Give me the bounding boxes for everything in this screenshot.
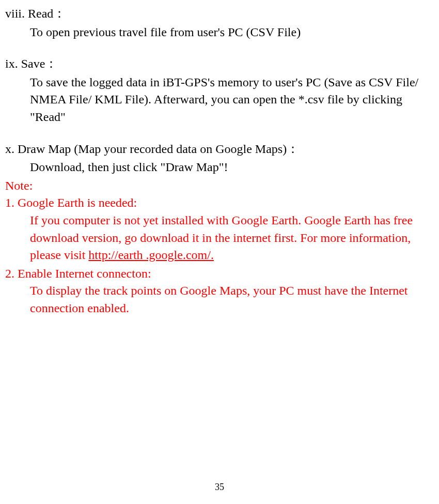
section-ix-body: To save the logged data in iBT-GPS's mem… <box>30 74 434 126</box>
section-ix-heading: ix. Save： <box>5 55 434 73</box>
note-item-1-body: If you computer is not yet installed wit… <box>30 212 434 264</box>
section-ix: ix. Save： To save the logged data in iBT… <box>5 55 434 126</box>
section-x: x. Draw Map (Map your recorded data on G… <box>5 141 434 176</box>
section-viii-body: To open previous travel file from user's… <box>30 24 434 41</box>
note-item-1-body-pre: If you computer is not yet installed wit… <box>30 213 413 262</box>
section-viii-heading: viii. Read： <box>5 5 434 23</box>
section-x-body: Download, then just click "Draw Map"! <box>30 159 434 176</box>
note-label: Note: <box>5 177 434 195</box>
section-x-heading: x. Draw Map (Map your recorded data on G… <box>5 141 434 158</box>
note-item-2-heading: 2. Enable Internet connecton: <box>5 265 434 283</box>
note-item-2-body: To display the track points on Google Ma… <box>30 282 434 317</box>
note-block: Note: 1. Google Earth is needed: If you … <box>5 177 434 317</box>
section-viii: viii. Read： To open previous travel file… <box>5 5 434 41</box>
note-item-1: 1. Google Earth is needed: If you comput… <box>5 194 434 264</box>
page-number: 35 <box>0 481 439 494</box>
note-item-1-link[interactable]: http://earth .google.com/. <box>88 248 214 262</box>
note-item-1-heading: 1. Google Earth is needed: <box>5 194 434 212</box>
note-item-2: 2. Enable Internet connecton: To display… <box>5 265 434 317</box>
